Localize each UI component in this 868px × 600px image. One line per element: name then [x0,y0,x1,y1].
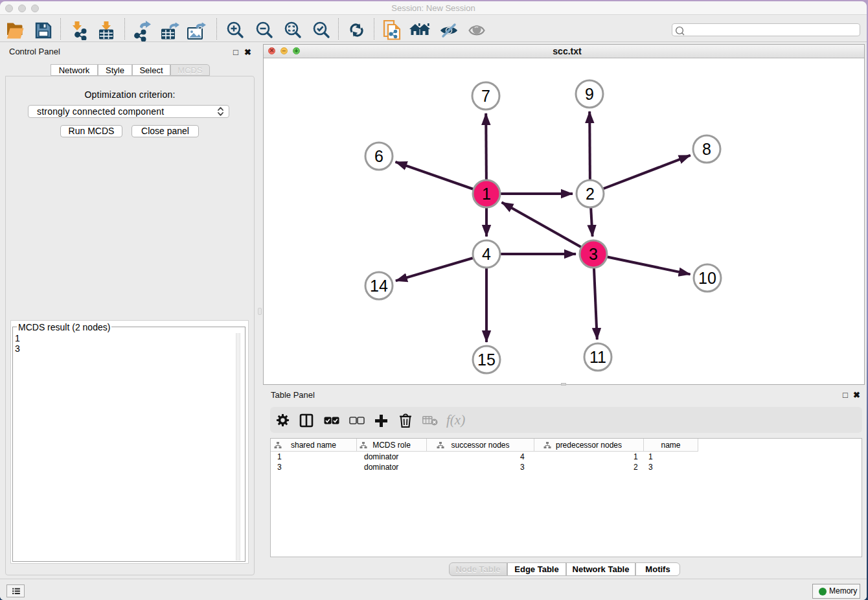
svg-text:7: 7 [481,87,490,105]
svg-text:3: 3 [589,245,598,263]
svg-text:14: 14 [370,277,388,295]
svg-text:1: 1 [482,185,491,203]
svg-text:8: 8 [702,140,711,158]
svg-text:6: 6 [374,147,383,165]
svg-text:15: 15 [477,351,496,369]
svg-text:9: 9 [585,85,594,103]
svg-text:10: 10 [698,269,716,287]
svg-text:11: 11 [589,348,606,366]
svg-text:4: 4 [482,245,491,263]
svg-text:2: 2 [586,185,595,203]
